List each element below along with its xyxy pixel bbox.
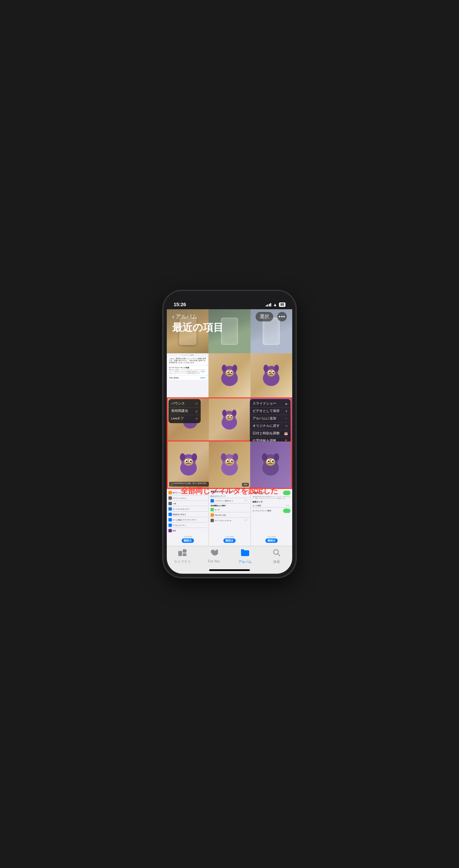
svg-point-62 — [231, 460, 233, 462]
svg-point-47 — [180, 453, 185, 461]
grid-cell-4-3[interactable] — [250, 441, 291, 488]
grid-cell-4-1[interactable]: この Live Photoを今お送後、並たに追加の写真と — [168, 441, 209, 488]
grid-cell-2-1[interactable]: バッテリー状態 これは、製品時と比較したバッテリー容量の基準です。容量が低下する… — [167, 353, 208, 397]
settings-row-display[interactable]: 画面表示と明るさ › — [168, 512, 207, 517]
signal-bar-1 — [266, 305, 267, 307]
chat-item-1[interactable]: 今日 15:58 睡眠女 — [167, 532, 208, 546]
status-time: 15:26 — [174, 301, 186, 307]
svg-point-12 — [274, 365, 279, 372]
grid-row-3: バウンス↺ 長時間露光◎ Liveオフ✕ — [167, 397, 292, 441]
tab-foryou[interactable]: For You — [198, 549, 230, 563]
screen-content: バッテリー状態 これは、製品時と比較したバッテリー容量の基準です。容量が低下する… — [167, 294, 292, 574]
svg-point-3 — [233, 365, 237, 372]
screentime-icon — [168, 496, 172, 500]
more-button[interactable]: ••• — [277, 312, 287, 321]
search-icon — [273, 549, 280, 558]
homescreen-icon — [168, 518, 172, 521]
tab-library[interactable]: ライブラリ — [167, 549, 198, 564]
middle-subheader: 身体機能および動作 — [210, 504, 249, 507]
svg-point-66 — [274, 453, 279, 461]
right-row-taptosleep[interactable]: タップしてスリープ解除 — [252, 508, 291, 514]
accessibility-icon — [168, 524, 172, 527]
settings-row-control[interactable]: コントロールセンター › — [168, 506, 207, 512]
svg-point-77 — [274, 550, 278, 554]
grid-cell-4-2[interactable]: 自動 — [209, 441, 250, 488]
tab-albums[interactable]: アルバム — [230, 549, 261, 564]
chat-badge-1: 睡眠女 — [182, 538, 194, 543]
general-icon — [168, 502, 172, 505]
nav-right-actions: 選択 ••• — [256, 312, 287, 321]
action-menu: スライドショー▶ ビデオとして保存⬇ アルバムに追加＋ オリジナルに戻す↺ — [250, 399, 291, 446]
grid-cell-3-3[interactable]: スライドショー▶ ビデオとして保存⬇ アルバムに追加＋ オリジナルに戻す↺ — [250, 398, 291, 440]
select-button[interactable]: 選択 — [256, 312, 273, 321]
settings-row-homescreen[interactable]: ホーム画面とアプリライブラリ › — [168, 517, 207, 522]
nav-back-label: アルバム — [176, 313, 197, 320]
chevron-left-icon: ‹ — [172, 313, 174, 320]
signal-bar-2 — [267, 304, 268, 307]
svg-rect-72 — [178, 551, 182, 556]
svg-point-65 — [262, 453, 267, 461]
battery-icon: 88 — [279, 302, 285, 307]
ctx-add-album[interactable]: アルバムに追加＋ — [250, 415, 291, 422]
switch-icon — [211, 519, 214, 522]
wifi-icon: ▲ — [273, 302, 277, 307]
touch-icon — [211, 508, 214, 511]
svg-point-16 — [269, 372, 271, 373]
ctx-date[interactable]: 日付と時刻を調整📅 — [250, 430, 291, 437]
ctx-save-video[interactable]: ビデオとして保存⬇ — [250, 408, 291, 415]
middle-row-voiceguide[interactable]: バリアフリー音声ガイド オフ › — [210, 498, 249, 504]
phone-frame: バッテリー状態 これは、製品時と比較したバッテリー容量の基準です。容量が低下する… — [163, 291, 296, 577]
svg-point-13 — [267, 370, 276, 377]
svg-point-30 — [232, 410, 237, 416]
svg-point-61 — [227, 460, 228, 462]
ctx-liveoff[interactable]: Liveオフ✕ — [168, 415, 201, 422]
phone-screen: バッテリー状態 これは、製品時と比較したバッテリー容量の基準です。容量が低下する… — [167, 294, 292, 574]
svg-point-29 — [222, 410, 227, 416]
annotation-text: 全部同じフィルタを設定した — [167, 486, 292, 496]
display-icon — [168, 513, 172, 516]
photo-grid: バッテリー状態 これは、製品時と比較したバッテリー容量の基準です。容量が低下する… — [167, 309, 292, 489]
grid-cell-3-1[interactable]: バウンス↺ 長時間露光◎ Liveオフ✕ — [168, 398, 209, 440]
svg-rect-76 — [241, 549, 244, 551]
chat-item-3[interactable]: 今日 15:58 睡眠女 — [251, 532, 292, 546]
page-title: 最近の項目 — [172, 321, 223, 335]
chat-item-2[interactable]: 今日 15:58 睡眠女 — [208, 532, 250, 546]
tab-search-label: 検索 — [273, 559, 280, 564]
live-photo-menu: バウンス↺ 長時間露光◎ Liveオフ✕ — [168, 399, 201, 423]
ctx-bounce[interactable]: バウンス↺ — [168, 400, 201, 408]
svg-point-31 — [226, 414, 234, 421]
svg-rect-74 — [183, 553, 186, 556]
heart-icon — [210, 549, 218, 558]
svg-point-56 — [221, 453, 226, 461]
grid-cell-3-2[interactable] — [209, 398, 250, 440]
svg-point-53 — [190, 460, 192, 462]
settings-row-accessibility[interactable]: アクセシビリティ › — [168, 522, 207, 528]
folder-icon — [241, 549, 250, 558]
right-row-touchadj[interactable]: タッチ調整 オフ › — [252, 504, 291, 508]
taptosleep-toggle[interactable] — [283, 509, 291, 513]
haptictouch-label: 触覚タッチ — [252, 500, 291, 504]
middle-row-touch[interactable]: タッチ › — [210, 507, 249, 512]
middle-row-faceid[interactable]: Face IDと注視 › — [210, 512, 249, 518]
tab-search[interactable]: 検索 — [261, 549, 293, 564]
svg-point-52 — [186, 460, 187, 462]
nav-back-button[interactable]: ‹ アルバム — [172, 313, 197, 320]
grid-cell-2-3[interactable] — [251, 353, 292, 397]
chat-date-2: 今日 15:58 — [226, 536, 234, 538]
svg-line-78 — [278, 554, 280, 556]
chat-badge-3: 睡眠女 — [265, 538, 278, 543]
grid-cell-2-2[interactable] — [208, 353, 250, 397]
svg-point-57 — [233, 453, 238, 461]
tab-albums-label: アルバム — [238, 559, 252, 564]
svg-point-17 — [273, 372, 274, 373]
svg-point-70 — [268, 460, 270, 462]
ctx-longexposure[interactable]: 長時間露光◎ — [168, 408, 201, 415]
ctx-revert[interactable]: オリジナルに戻す↺ — [250, 422, 291, 430]
settings-row-screentime[interactable]: スクリーンタイム › — [168, 495, 207, 501]
chat-date-3: 今日 15:58 — [267, 536, 276, 538]
middle-row-switch[interactable]: スイッチコントロール オフ › — [210, 518, 249, 523]
signal-bar-4 — [270, 303, 271, 307]
svg-point-71 — [272, 460, 274, 462]
ctx-slideshow[interactable]: スライドショー▶ — [250, 400, 291, 408]
settings-row-general[interactable]: 一般 › — [168, 501, 207, 506]
